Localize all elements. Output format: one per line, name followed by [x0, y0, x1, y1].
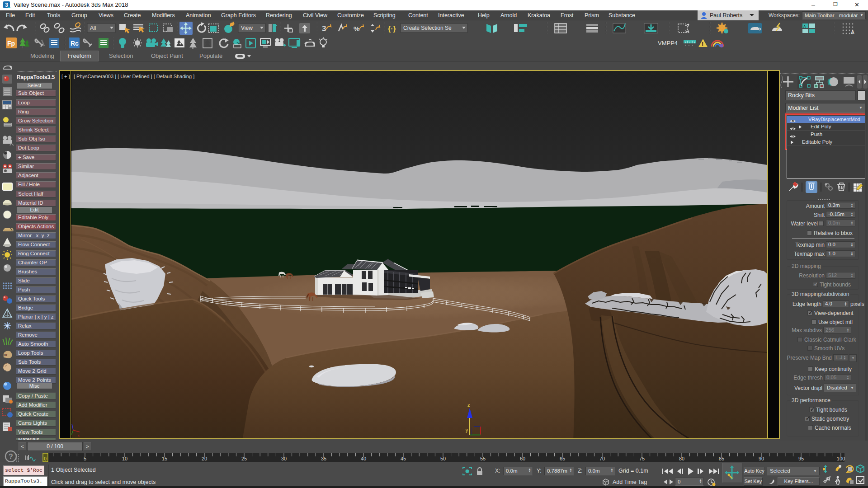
- svg-text:All: All: [90, 25, 96, 31]
- svg-text:95: 95: [798, 456, 804, 461]
- svg-text:80: 80: [679, 456, 684, 461]
- svg-text:?: ?: [9, 453, 13, 460]
- svg-text:20: 20: [202, 456, 207, 461]
- svg-text:Fp: Fp: [7, 40, 15, 47]
- svg-text:75: 75: [639, 456, 645, 461]
- svg-text:50: 50: [440, 456, 446, 461]
- svg-text:z: z: [467, 402, 470, 408]
- svg-text:35: 35: [321, 456, 326, 461]
- svg-text:3: 3: [322, 24, 326, 33]
- svg-text:55: 55: [480, 456, 486, 461]
- svg-text:%: %: [354, 25, 359, 33]
- svg-text:0: 0: [44, 456, 47, 461]
- svg-text:10: 10: [122, 456, 127, 461]
- svg-text:90: 90: [759, 456, 764, 461]
- svg-text:45: 45: [401, 456, 406, 461]
- svg-text:A: A: [803, 24, 806, 28]
- svg-text:70: 70: [599, 456, 605, 461]
- svg-text:HF: HF: [4, 353, 9, 357]
- svg-text:100: 100: [837, 456, 845, 461]
- svg-text:Create Selection Se: Create Selection Se: [403, 25, 452, 31]
- svg-text:y: y: [466, 428, 468, 433]
- svg-text:Rc: Rc: [71, 40, 79, 47]
- svg-text:65: 65: [560, 456, 565, 461]
- svg-text:{·}: {·}: [388, 25, 396, 33]
- svg-text:60: 60: [520, 456, 525, 461]
- svg-text:!: !: [702, 41, 703, 47]
- svg-text:25: 25: [241, 456, 247, 461]
- svg-text:30: 30: [281, 456, 287, 461]
- svg-text:0x: 0x: [3, 369, 6, 372]
- svg-text:y: y: [71, 436, 72, 438]
- svg-text:85: 85: [719, 456, 724, 461]
- svg-text:5: 5: [84, 456, 86, 461]
- svg-text:VMPP4: VMPP4: [658, 40, 678, 47]
- svg-text:x: x: [78, 433, 80, 437]
- svg-text:A: A: [851, 29, 854, 35]
- svg-text:View: View: [241, 25, 253, 31]
- svg-text:15: 15: [162, 456, 167, 461]
- svg-text:40: 40: [361, 456, 366, 461]
